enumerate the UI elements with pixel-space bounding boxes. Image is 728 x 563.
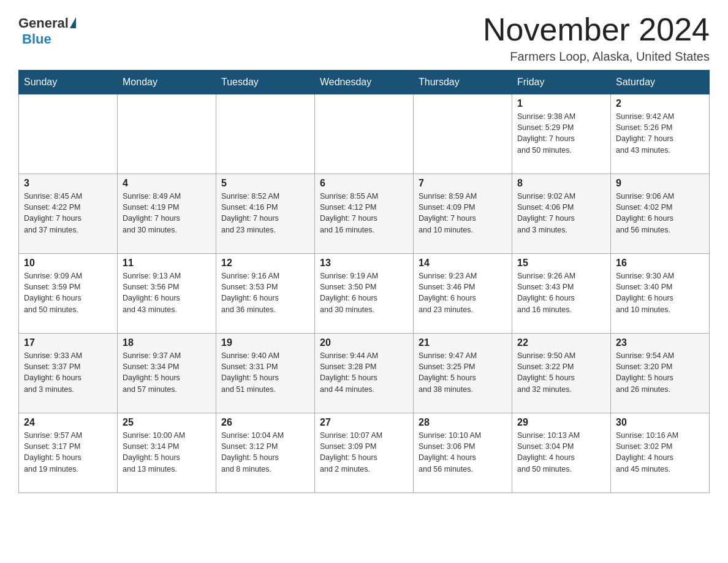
day-info: Sunrise: 9:30 AM Sunset: 3:40 PM Dayligh… [616, 270, 704, 315]
calendar-cell: 3Sunrise: 8:45 AM Sunset: 4:22 PM Daylig… [19, 174, 118, 254]
day-info: Sunrise: 10:13 AM Sunset: 3:04 PM Daylig… [517, 430, 605, 475]
calendar-header-friday: Friday [512, 71, 611, 94]
calendar-cell [414, 94, 512, 174]
calendar-cell: 8Sunrise: 9:02 AM Sunset: 4:06 PM Daylig… [512, 174, 611, 254]
day-info: Sunrise: 9:33 AM Sunset: 3:37 PM Dayligh… [24, 350, 112, 395]
logo-blue-text: Blue [22, 31, 51, 47]
calendar-cell: 12Sunrise: 9:16 AM Sunset: 3:53 PM Dayli… [216, 254, 315, 334]
day-info: Sunrise: 9:40 AM Sunset: 3:31 PM Dayligh… [221, 350, 309, 395]
calendar-header-monday: Monday [118, 71, 216, 94]
day-number: 25 [123, 417, 211, 428]
day-info: Sunrise: 9:37 AM Sunset: 3:34 PM Dayligh… [123, 350, 211, 395]
day-info: Sunrise: 9:26 AM Sunset: 3:43 PM Dayligh… [517, 270, 605, 315]
calendar-header-sunday: Sunday [19, 71, 118, 94]
day-number: 12 [221, 258, 309, 269]
day-number: 23 [616, 337, 704, 348]
day-number: 11 [123, 258, 211, 269]
day-number: 2 [616, 98, 704, 109]
day-number: 1 [517, 98, 605, 109]
calendar-cell: 17Sunrise: 9:33 AM Sunset: 3:37 PM Dayli… [19, 334, 118, 413]
day-info: Sunrise: 9:19 AM Sunset: 3:50 PM Dayligh… [320, 270, 408, 315]
month-title: November 2024 [483, 12, 710, 47]
day-number: 24 [24, 417, 112, 428]
day-number: 26 [221, 417, 309, 428]
calendar-cell [118, 94, 216, 174]
calendar-cell: 5Sunrise: 8:52 AM Sunset: 4:16 PM Daylig… [216, 174, 315, 254]
calendar-cell: 15Sunrise: 9:26 AM Sunset: 3:43 PM Dayli… [512, 254, 611, 334]
calendar-cell: 23Sunrise: 9:54 AM Sunset: 3:20 PM Dayli… [611, 334, 710, 413]
day-info: Sunrise: 9:16 AM Sunset: 3:53 PM Dayligh… [221, 270, 309, 315]
day-number: 27 [320, 417, 408, 428]
calendar-cell: 29Sunrise: 10:13 AM Sunset: 3:04 PM Dayl… [512, 413, 611, 493]
day-number: 7 [419, 178, 507, 189]
logo-triangle-icon [70, 17, 76, 28]
calendar-cell: 26Sunrise: 10:04 AM Sunset: 3:12 PM Dayl… [216, 413, 315, 493]
calendar-cell: 2Sunrise: 9:42 AM Sunset: 5:26 PM Daylig… [611, 94, 710, 174]
day-info: Sunrise: 9:13 AM Sunset: 3:56 PM Dayligh… [123, 270, 211, 315]
day-info: Sunrise: 10:10 AM Sunset: 3:06 PM Daylig… [419, 430, 507, 475]
calendar-cell: 24Sunrise: 9:57 AM Sunset: 3:17 PM Dayli… [19, 413, 118, 493]
calendar-cell: 13Sunrise: 9:19 AM Sunset: 3:50 PM Dayli… [315, 254, 414, 334]
day-number: 9 [616, 178, 704, 189]
day-info: Sunrise: 9:23 AM Sunset: 3:46 PM Dayligh… [419, 270, 507, 315]
day-info: Sunrise: 8:49 AM Sunset: 4:19 PM Dayligh… [123, 191, 211, 236]
calendar-week-row: 24Sunrise: 9:57 AM Sunset: 3:17 PM Dayli… [19, 413, 710, 493]
calendar-cell: 11Sunrise: 9:13 AM Sunset: 3:56 PM Dayli… [118, 254, 216, 334]
day-number: 28 [419, 417, 507, 428]
day-info: Sunrise: 9:47 AM Sunset: 3:25 PM Dayligh… [419, 350, 507, 395]
day-info: Sunrise: 8:55 AM Sunset: 4:12 PM Dayligh… [320, 191, 408, 236]
day-info: Sunrise: 9:02 AM Sunset: 4:06 PM Dayligh… [517, 191, 605, 236]
day-info: Sunrise: 9:50 AM Sunset: 3:22 PM Dayligh… [517, 350, 605, 395]
day-info: Sunrise: 9:44 AM Sunset: 3:28 PM Dayligh… [320, 350, 408, 395]
calendar-cell: 6Sunrise: 8:55 AM Sunset: 4:12 PM Daylig… [315, 174, 414, 254]
calendar-week-row: 1Sunrise: 9:38 AM Sunset: 5:29 PM Daylig… [19, 94, 710, 174]
calendar-cell: 14Sunrise: 9:23 AM Sunset: 3:46 PM Dayli… [414, 254, 512, 334]
day-info: Sunrise: 9:06 AM Sunset: 4:02 PM Dayligh… [616, 191, 704, 236]
calendar-cell [315, 94, 414, 174]
calendar-cell: 25Sunrise: 10:00 AM Sunset: 3:14 PM Dayl… [118, 413, 216, 493]
calendar-header-tuesday: Tuesday [216, 71, 315, 94]
calendar-cell: 20Sunrise: 9:44 AM Sunset: 3:28 PM Dayli… [315, 334, 414, 413]
day-info: Sunrise: 8:52 AM Sunset: 4:16 PM Dayligh… [221, 191, 309, 236]
calendar-cell: 19Sunrise: 9:40 AM Sunset: 3:31 PM Dayli… [216, 334, 315, 413]
calendar-cell: 9Sunrise: 9:06 AM Sunset: 4:02 PM Daylig… [611, 174, 710, 254]
day-number: 13 [320, 258, 408, 269]
location-subtitle: Farmers Loop, Alaska, United States [483, 50, 710, 64]
calendar-cell: 27Sunrise: 10:07 AM Sunset: 3:09 PM Dayl… [315, 413, 414, 493]
day-number: 4 [123, 178, 211, 189]
day-number: 16 [616, 258, 704, 269]
day-number: 5 [221, 178, 309, 189]
day-number: 18 [123, 337, 211, 348]
day-info: Sunrise: 10:00 AM Sunset: 3:14 PM Daylig… [123, 430, 211, 475]
day-info: Sunrise: 8:45 AM Sunset: 4:22 PM Dayligh… [24, 191, 112, 236]
logo: General Blue [18, 12, 76, 47]
day-number: 8 [517, 178, 605, 189]
day-number: 19 [221, 337, 309, 348]
calendar-header-saturday: Saturday [611, 71, 710, 94]
calendar-cell [216, 94, 315, 174]
day-number: 22 [517, 337, 605, 348]
day-info: Sunrise: 10:04 AM Sunset: 3:12 PM Daylig… [221, 430, 309, 475]
logo-general-text: General [18, 15, 69, 31]
calendar-cell: 1Sunrise: 9:38 AM Sunset: 5:29 PM Daylig… [512, 94, 611, 174]
day-number: 14 [419, 258, 507, 269]
day-info: Sunrise: 9:09 AM Sunset: 3:59 PM Dayligh… [24, 270, 112, 315]
day-info: Sunrise: 8:59 AM Sunset: 4:09 PM Dayligh… [419, 191, 507, 236]
day-info: Sunrise: 9:42 AM Sunset: 5:26 PM Dayligh… [616, 111, 704, 156]
day-info: Sunrise: 10:07 AM Sunset: 3:09 PM Daylig… [320, 430, 408, 475]
day-number: 3 [24, 178, 112, 189]
calendar-header-thursday: Thursday [414, 71, 512, 94]
day-number: 20 [320, 337, 408, 348]
calendar-cell: 22Sunrise: 9:50 AM Sunset: 3:22 PM Dayli… [512, 334, 611, 413]
day-number: 30 [616, 417, 704, 428]
calendar-cell [19, 94, 118, 174]
calendar-cell: 4Sunrise: 8:49 AM Sunset: 4:19 PM Daylig… [118, 174, 216, 254]
calendar-cell: 21Sunrise: 9:47 AM Sunset: 3:25 PM Dayli… [414, 334, 512, 413]
calendar-cell: 28Sunrise: 10:10 AM Sunset: 3:06 PM Dayl… [414, 413, 512, 493]
calendar-table: SundayMondayTuesdayWednesdayThursdayFrid… [18, 70, 710, 493]
page-header: General Blue November 2024 Farmers Loop,… [18, 12, 710, 64]
day-info: Sunrise: 9:54 AM Sunset: 3:20 PM Dayligh… [616, 350, 704, 395]
day-number: 17 [24, 337, 112, 348]
day-info: Sunrise: 9:38 AM Sunset: 5:29 PM Dayligh… [517, 111, 605, 156]
calendar-week-row: 3Sunrise: 8:45 AM Sunset: 4:22 PM Daylig… [19, 174, 710, 254]
